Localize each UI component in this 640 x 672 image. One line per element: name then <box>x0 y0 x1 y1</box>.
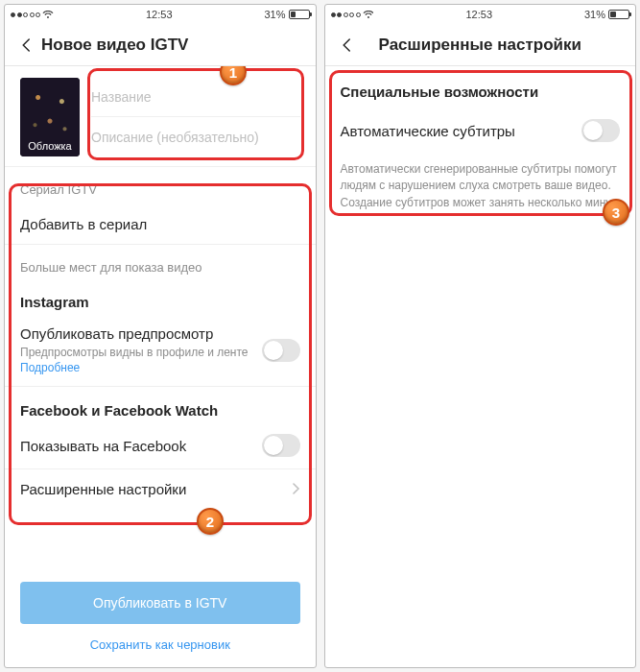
fb-watch-label: Facebook и Facebook Watch <box>5 387 316 422</box>
advanced-settings-row[interactable]: Расширенные настройки <box>5 469 316 509</box>
badge-3: 3 <box>603 199 629 226</box>
phone-adv-settings: 12:53 31% Расширенные настройки Специаль… <box>324 4 637 668</box>
chevron-left-icon <box>339 36 356 54</box>
battery-icon <box>289 10 310 19</box>
cover-label: Обложка <box>28 140 71 152</box>
wifi-icon <box>363 11 374 19</box>
phone-new-igtv: 12:53 31% Новое видео IGTV Обложка Назва… <box>4 4 317 668</box>
preview-subtext: Предпросмотры видны в профиле и ленте <box>20 346 254 359</box>
content-area: Обложка Название Описание (необязательно… <box>5 66 316 667</box>
page-title: Новое видео IGTV <box>41 36 308 55</box>
battery-pct: 31% <box>584 9 605 20</box>
back-button[interactable] <box>12 36 41 54</box>
nav-header: Новое видео IGTV <box>5 24 316 66</box>
fb-toggle[interactable] <box>262 434 300 457</box>
page-title: Расширенные настройки <box>362 36 600 55</box>
signal-dots-icon <box>11 12 40 17</box>
clock: 12:53 <box>465 9 492 20</box>
instagram-label: Instagram <box>5 282 316 314</box>
chevron-right-icon <box>293 481 300 497</box>
accessibility-heading: Специальные возможности <box>325 66 636 104</box>
status-bar: 12:53 31% <box>5 5 316 24</box>
cover-thumbnail[interactable]: Обложка <box>20 78 80 156</box>
clock: 12:53 <box>146 9 173 20</box>
battery-pct: 31% <box>264 9 285 20</box>
content-area: Специальные возможности Автоматические с… <box>325 66 636 667</box>
description-input[interactable]: Описание (необязательно) <box>91 117 300 156</box>
wifi-icon <box>42 11 54 19</box>
nav-header: Расширенные настройки <box>325 24 636 66</box>
status-bar: 12:53 31% <box>325 5 636 24</box>
title-input[interactable]: Название <box>91 78 300 117</box>
publish-button[interactable]: Опубликовать в IGTV <box>20 582 300 624</box>
show-fb-row[interactable]: Показывать на Facebook <box>5 422 316 469</box>
learn-more-link[interactable]: Подробнее <box>20 361 254 374</box>
save-draft-link[interactable]: Сохранить как черновик <box>5 624 316 667</box>
auto-subtitles-row[interactable]: Автоматические субтитры <box>325 104 636 154</box>
back-button[interactable] <box>333 36 362 54</box>
chevron-left-icon <box>18 36 36 54</box>
section-label-serial: Сериал IGTV <box>5 167 316 204</box>
signal-dots-icon <box>331 12 361 17</box>
add-serial-row[interactable]: Добавить в сериал <box>5 204 316 245</box>
badge-2: 2 <box>197 508 224 535</box>
subtitles-help-text: Автоматически сгенерированные субтитры п… <box>325 154 636 211</box>
auto-subtitles-toggle[interactable] <box>581 119 620 142</box>
publish-preview-row[interactable]: Опубликовать предпросмотр Предпросмотры … <box>5 314 316 387</box>
preview-toggle[interactable] <box>262 339 300 362</box>
section-label-more-places: Больше мест для показа видео <box>5 245 316 282</box>
battery-icon <box>608 10 629 19</box>
